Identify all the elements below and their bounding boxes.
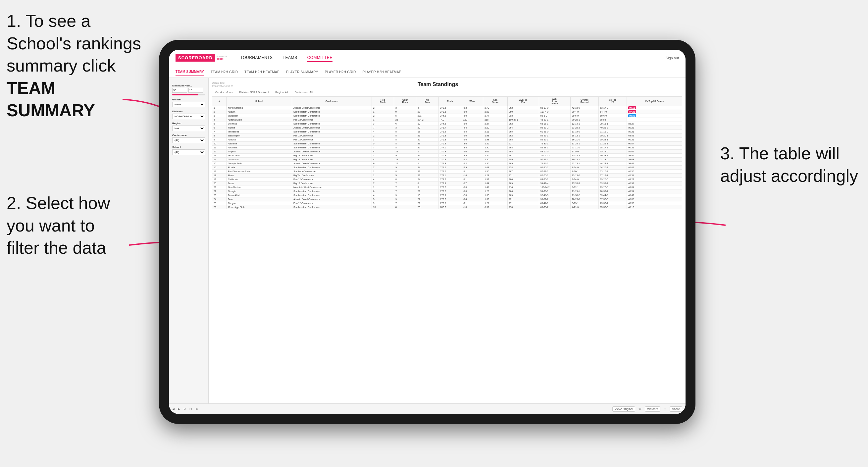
table-row: 23Texas A&MSoutheastern Conference491027… bbox=[212, 193, 682, 197]
col-wins: Wins bbox=[461, 96, 483, 106]
sub-nav-player-h2h-grid[interactable]: PLAYER H2H GRID bbox=[325, 69, 356, 75]
conference-label: Conference bbox=[172, 134, 205, 137]
table-row: 26Mississippi StateSoutheastern Conferen… bbox=[212, 205, 682, 209]
conference-select[interactable]: (All) bbox=[172, 137, 205, 143]
watch-button[interactable]: Watch ▾ bbox=[645, 406, 660, 412]
col-avg-par: Avg. toPar bbox=[507, 96, 539, 106]
slider-track[interactable] bbox=[172, 94, 205, 95]
conference-pill: Conference: All bbox=[294, 91, 312, 94]
table-row: 6FloridaAtlantic Coast Conference7320275… bbox=[212, 126, 682, 129]
toolbar-add[interactable]: ⊕ bbox=[195, 407, 198, 411]
step2-line3: filter the data bbox=[7, 238, 106, 257]
table-row: 5Ole MissSoutheastern Conference3610274.… bbox=[212, 122, 682, 126]
sub-nav-team-summary[interactable]: TEAM SUMMARY bbox=[176, 68, 204, 75]
sign-out[interactable]: | Sign out bbox=[664, 56, 679, 60]
main-content: Minimum Rou... Gender Men's Division NCA… bbox=[169, 78, 685, 403]
table-row: 20TexasBig 12 Conference778278.9-0.71.44… bbox=[212, 181, 682, 185]
step2-line2: you want to bbox=[7, 216, 95, 235]
standings-table: # School Conference RegRank ConfRank NoT… bbox=[212, 96, 682, 209]
filter-pills: Gender: Men's Division: NCAA Division I … bbox=[212, 91, 682, 94]
view-original-button[interactable]: View: Original bbox=[612, 406, 635, 412]
division-label: Division bbox=[172, 110, 205, 113]
col-vs50: Vs Top 50 Points bbox=[627, 96, 682, 106]
logo-scoreboard: SCOREBOARD bbox=[176, 54, 215, 62]
step1-bold: TEAM SUMMARY bbox=[7, 79, 95, 120]
gender-label: Gender bbox=[172, 98, 205, 101]
sub-nav-team-h2h-grid[interactable]: TEAM H2H GRID bbox=[211, 69, 238, 75]
nav-committee[interactable]: COMMITTEE bbox=[307, 54, 333, 62]
sub-nav-player-h2h-heatmap[interactable]: PLAYER H2H HEATMAP bbox=[362, 69, 401, 75]
region-pill: Region: All bbox=[275, 91, 288, 94]
nav-teams[interactable]: TEAMS bbox=[283, 54, 298, 62]
sidebar-filters: Minimum Rou... Gender Men's Division NCA… bbox=[169, 78, 209, 403]
col-no-tour: NoTour bbox=[416, 96, 439, 106]
step3-line2: adjust accordingly bbox=[720, 166, 858, 185]
nav-links: TOURNAMENTS TEAMS COMMITTEE bbox=[241, 54, 664, 62]
col-reg-rank: RegRank bbox=[372, 96, 394, 106]
division-pill: Division: NCAA Division I bbox=[239, 91, 269, 94]
toolbar-reload[interactable]: ↺ bbox=[183, 407, 186, 411]
school-select[interactable]: (All) bbox=[172, 149, 205, 155]
division-select[interactable]: NCAA Division I bbox=[172, 114, 205, 119]
table-row: 21New MexicoMountain West Conference1792… bbox=[212, 185, 682, 189]
table-row: 2AuburnSoutheastern Conference1927273.6-… bbox=[212, 110, 682, 114]
col-adj-score: Adj.Score bbox=[483, 96, 507, 106]
nav-tournaments[interactable]: TOURNAMENTS bbox=[241, 54, 273, 62]
table-row: 25OregonPac-12 Conference9721279.5-3.11.… bbox=[212, 201, 682, 205]
min-input[interactable] bbox=[172, 88, 187, 93]
table-header-info: Update time: 27/03/2024 16:56:26 Team St… bbox=[212, 82, 682, 88]
table-row: 12VirginiaAtlantic Coast Conference82412… bbox=[212, 149, 682, 153]
logo-powered: Powered by clippi bbox=[217, 55, 227, 60]
col-conference: Conference bbox=[292, 96, 372, 106]
col-avg-low: Avg.LowScore bbox=[539, 96, 570, 106]
gender-select[interactable]: Men's bbox=[172, 102, 205, 107]
sub-nav: TEAM SUMMARY TEAM H2H GRID TEAM H2H HEAT… bbox=[169, 66, 685, 78]
col-vs25: Vs Top25 bbox=[598, 96, 627, 106]
tablet-screen: SCOREBOARD Powered by clippi TOURNAMENTS… bbox=[169, 50, 685, 414]
instruction-step3: 3. The table will adjust accordingly bbox=[720, 143, 858, 187]
toolbar-back[interactable]: ◀ bbox=[172, 407, 175, 411]
table-area: Update time: 27/03/2024 16:56:26 Team St… bbox=[209, 78, 685, 403]
table-row: 8WashingtonPac-12 Conference2823276.3-6.… bbox=[212, 133, 682, 137]
table-row: 11ArkansasSoutheastern Conference7822277… bbox=[212, 146, 682, 149]
col-rank: # bbox=[212, 96, 226, 106]
share-button[interactable]: Share bbox=[670, 406, 682, 412]
bottom-toolbar: ◀ ▶ ↺ ⊡ ⊕ View: Original 👁 Watch ▾ ⊟ Sha… bbox=[169, 403, 685, 414]
table-row: 17East Tennessee StateSouthern Conferenc… bbox=[212, 169, 682, 173]
table-row: 18IllinoisBig Ten Conference1523279.1-1.… bbox=[212, 173, 682, 177]
table-row: 10AlabamaSoutheastern Conference5823276.… bbox=[212, 142, 682, 146]
tablet: SCOREBOARD Powered by clippi TOURNAMENTS… bbox=[159, 40, 695, 424]
table-row: 14OklahomaBig 12 Conference4242276.9-6.2… bbox=[212, 157, 682, 161]
update-time: Update time: 27/03/2024 16:56:26 bbox=[212, 82, 233, 88]
col-rnds: Rnds bbox=[439, 96, 461, 106]
step2-line1: 2. Select how bbox=[7, 193, 110, 213]
col-school: School bbox=[226, 96, 292, 106]
table-row: 4Arizona StatePac-12 Conference125274.2-… bbox=[212, 118, 682, 122]
table-row: 1North CarolinaAtlantic Coast Conference… bbox=[212, 106, 682, 110]
table-row: 15Georgia TechAtlantic Coast Conference6… bbox=[212, 161, 682, 165]
minimum-row bbox=[172, 88, 205, 93]
region-label: Region bbox=[172, 122, 205, 125]
watch-icon: 👁 bbox=[639, 407, 642, 411]
table-header-row: # School Conference RegRank ConfRank NoT… bbox=[212, 96, 682, 106]
table-row: 16FloridaSoutheastern Conference7924277.… bbox=[212, 165, 682, 169]
sub-nav-player-summary[interactable]: PLAYER SUMMARY bbox=[286, 69, 318, 75]
step3-line1: 3. The table will bbox=[720, 144, 839, 163]
table-row: 13Texas TechBig 12 Conference1927276.9-3… bbox=[212, 153, 682, 157]
table-title: Team Standings bbox=[233, 82, 643, 88]
table-row: 19CaliforniaPac-12 Conference4824278.2-5… bbox=[212, 177, 682, 181]
toolbar-layout[interactable]: ⊟ bbox=[664, 407, 666, 411]
table-row: 7TennesseeSoutheastern Conference4818275… bbox=[212, 129, 682, 133]
slider-fill bbox=[172, 94, 198, 95]
toolbar-forward[interactable]: ▶ bbox=[178, 407, 180, 411]
toolbar-share-icon[interactable]: ⊡ bbox=[189, 407, 192, 411]
max-input[interactable] bbox=[188, 88, 203, 93]
col-overall: OverallRecord bbox=[570, 96, 598, 106]
sub-nav-team-h2h-heatmap[interactable]: TEAM H2H HEATMAP bbox=[244, 69, 280, 75]
region-select[interactable]: N/A bbox=[172, 126, 205, 131]
col-conf-rank: ConfRank bbox=[394, 96, 416, 106]
nav-bar: SCOREBOARD Powered by clippi TOURNAMENTS… bbox=[169, 50, 685, 66]
table-row: 9ArizonaPac-12 Conference3822276.3-6.61.… bbox=[212, 137, 682, 142]
school-label: School bbox=[172, 146, 205, 149]
table-row: 3VanderbiltSoutheastern Conference252712… bbox=[212, 114, 682, 118]
